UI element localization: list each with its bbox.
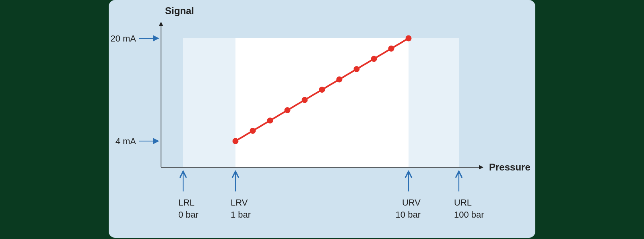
data-point xyxy=(406,35,412,42)
x-axis-title: Pressure xyxy=(489,162,530,172)
data-point xyxy=(336,77,343,83)
x-annotation-value: 10 bar xyxy=(396,210,421,220)
data-point xyxy=(354,66,360,72)
data-point xyxy=(302,97,308,103)
y-tick-label: 20 mA xyxy=(110,33,136,44)
x-annotation-value: 100 bar xyxy=(454,210,484,220)
data-point xyxy=(371,56,377,62)
data-point xyxy=(319,87,325,93)
signal-pressure-chart: SignalPressure4 mA20 mALRL0 barLRV1 barU… xyxy=(109,0,535,238)
svg-rect-1 xyxy=(235,38,409,167)
data-point xyxy=(285,107,291,113)
y-tick-label: 4 mA xyxy=(116,136,136,146)
data-point xyxy=(267,118,273,124)
data-point xyxy=(250,128,256,134)
x-annotation-key: URV xyxy=(402,197,421,208)
chart-card: SignalPressure4 mA20 mALRL0 barLRV1 barU… xyxy=(109,0,535,238)
x-annotation-key: LRV xyxy=(231,197,248,208)
data-point xyxy=(233,138,239,144)
y-axis-title: Signal xyxy=(165,5,194,16)
data-point xyxy=(388,46,394,52)
x-annotation-value: 1 bar xyxy=(231,210,251,220)
x-annotation-key: LRL xyxy=(178,197,194,208)
x-annotation-value: 0 bar xyxy=(178,210,198,220)
x-annotation-key: URL xyxy=(454,197,472,208)
